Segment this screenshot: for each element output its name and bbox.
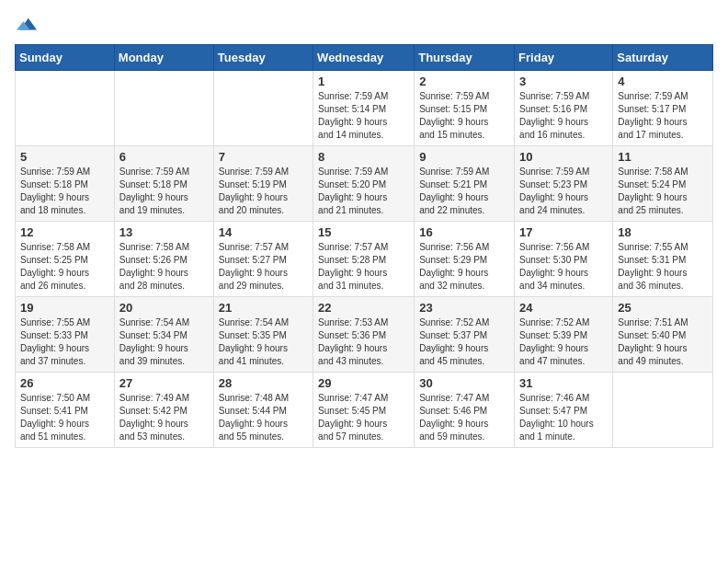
calendar-cell: 31Sunrise: 7:46 AM Sunset: 5:47 PM Dayli… <box>515 373 613 448</box>
day-number: 30 <box>419 376 509 390</box>
weekday-header-friday: Friday <box>515 45 613 71</box>
calendar-cell: 22Sunrise: 7:53 AM Sunset: 5:36 PM Dayli… <box>313 297 415 373</box>
day-info: Sunrise: 7:59 AM Sunset: 5:18 PM Dayligh… <box>20 166 109 217</box>
header <box>15 15 713 35</box>
logo-icon <box>17 15 37 35</box>
day-info: Sunrise: 7:59 AM Sunset: 5:14 PM Dayligh… <box>318 90 409 142</box>
week-row-5: 26Sunrise: 7:50 AM Sunset: 5:41 PM Dayli… <box>16 373 713 448</box>
calendar-cell: 27Sunrise: 7:49 AM Sunset: 5:42 PM Dayli… <box>114 373 213 448</box>
calendar-table: SundayMondayTuesdayWednesdayThursdayFrid… <box>15 44 713 448</box>
weekday-header-wednesday: Wednesday <box>313 45 415 71</box>
calendar-cell: 25Sunrise: 7:51 AM Sunset: 5:40 PM Dayli… <box>613 297 713 373</box>
day-info: Sunrise: 7:47 AM Sunset: 5:46 PM Dayligh… <box>419 392 509 443</box>
day-info: Sunrise: 7:58 AM Sunset: 5:26 PM Dayligh… <box>119 241 209 293</box>
day-number: 22 <box>318 301 409 315</box>
day-info: Sunrise: 7:58 AM Sunset: 5:24 PM Dayligh… <box>618 166 708 217</box>
day-info: Sunrise: 7:59 AM Sunset: 5:17 PM Dayligh… <box>618 90 708 142</box>
day-info: Sunrise: 7:59 AM Sunset: 5:20 PM Dayligh… <box>318 166 409 217</box>
day-number: 26 <box>20 376 109 390</box>
calendar-cell: 19Sunrise: 7:55 AM Sunset: 5:33 PM Dayli… <box>16 297 115 373</box>
calendar-cell: 7Sunrise: 7:59 AM Sunset: 5:19 PM Daylig… <box>213 146 313 222</box>
day-number: 13 <box>119 225 209 239</box>
calendar-cell: 8Sunrise: 7:59 AM Sunset: 5:20 PM Daylig… <box>313 146 415 222</box>
calendar-cell <box>16 71 115 146</box>
calendar-cell: 29Sunrise: 7:47 AM Sunset: 5:45 PM Dayli… <box>313 373 415 448</box>
day-info: Sunrise: 7:47 AM Sunset: 5:45 PM Dayligh… <box>318 392 409 443</box>
weekday-header-row: SundayMondayTuesdayWednesdayThursdayFrid… <box>16 45 713 71</box>
calendar-cell: 10Sunrise: 7:59 AM Sunset: 5:23 PM Dayli… <box>515 146 613 222</box>
day-info: Sunrise: 7:54 AM Sunset: 5:34 PM Dayligh… <box>119 316 209 368</box>
day-number: 21 <box>219 301 308 315</box>
week-row-2: 5Sunrise: 7:59 AM Sunset: 5:18 PM Daylig… <box>16 146 713 222</box>
day-number: 10 <box>519 150 608 164</box>
day-info: Sunrise: 7:50 AM Sunset: 5:41 PM Dayligh… <box>20 392 109 443</box>
calendar-cell: 11Sunrise: 7:58 AM Sunset: 5:24 PM Dayli… <box>613 146 713 222</box>
day-number: 29 <box>318 376 409 390</box>
day-info: Sunrise: 7:57 AM Sunset: 5:28 PM Dayligh… <box>318 241 409 293</box>
calendar-cell: 24Sunrise: 7:52 AM Sunset: 5:39 PM Dayli… <box>515 297 613 373</box>
day-number: 8 <box>318 150 409 164</box>
day-info: Sunrise: 7:59 AM Sunset: 5:18 PM Dayligh… <box>119 166 209 217</box>
calendar-cell: 5Sunrise: 7:59 AM Sunset: 5:18 PM Daylig… <box>16 146 115 222</box>
day-number: 16 <box>419 225 509 239</box>
day-info: Sunrise: 7:59 AM Sunset: 5:15 PM Dayligh… <box>419 90 509 142</box>
week-row-1: 1Sunrise: 7:59 AM Sunset: 5:14 PM Daylig… <box>16 71 713 146</box>
day-number: 15 <box>318 225 409 239</box>
day-number: 17 <box>519 225 608 239</box>
calendar-cell: 4Sunrise: 7:59 AM Sunset: 5:17 PM Daylig… <box>613 71 713 146</box>
calendar-cell <box>213 71 313 146</box>
calendar-cell: 28Sunrise: 7:48 AM Sunset: 5:44 PM Dayli… <box>213 373 313 448</box>
calendar-cell: 2Sunrise: 7:59 AM Sunset: 5:15 PM Daylig… <box>415 71 515 146</box>
weekday-header-saturday: Saturday <box>613 45 713 71</box>
day-number: 11 <box>618 150 708 164</box>
weekday-header-monday: Monday <box>114 45 213 71</box>
day-info: Sunrise: 7:53 AM Sunset: 5:36 PM Dayligh… <box>318 316 409 368</box>
calendar-cell: 13Sunrise: 7:58 AM Sunset: 5:26 PM Dayli… <box>114 222 213 297</box>
day-number: 20 <box>119 301 209 315</box>
day-info: Sunrise: 7:57 AM Sunset: 5:27 PM Dayligh… <box>219 241 308 293</box>
day-info: Sunrise: 7:56 AM Sunset: 5:30 PM Dayligh… <box>519 241 608 293</box>
day-number: 1 <box>318 75 409 88</box>
calendar-cell: 21Sunrise: 7:54 AM Sunset: 5:35 PM Dayli… <box>213 297 313 373</box>
day-number: 18 <box>618 225 708 239</box>
day-info: Sunrise: 7:56 AM Sunset: 5:29 PM Dayligh… <box>419 241 509 293</box>
day-info: Sunrise: 7:59 AM Sunset: 5:21 PM Dayligh… <box>419 166 509 217</box>
calendar-cell: 20Sunrise: 7:54 AM Sunset: 5:34 PM Dayli… <box>114 297 213 373</box>
calendar-cell: 9Sunrise: 7:59 AM Sunset: 5:21 PM Daylig… <box>415 146 515 222</box>
logo <box>15 15 37 35</box>
calendar-cell <box>114 71 213 146</box>
day-number: 24 <box>519 301 608 315</box>
day-info: Sunrise: 7:54 AM Sunset: 5:35 PM Dayligh… <box>219 316 308 368</box>
calendar-cell <box>613 373 713 448</box>
day-number: 27 <box>119 376 209 390</box>
day-number: 19 <box>20 301 109 315</box>
week-row-4: 19Sunrise: 7:55 AM Sunset: 5:33 PM Dayli… <box>16 297 713 373</box>
day-info: Sunrise: 7:59 AM Sunset: 5:23 PM Dayligh… <box>519 166 608 217</box>
day-number: 23 <box>419 301 509 315</box>
day-info: Sunrise: 7:52 AM Sunset: 5:39 PM Dayligh… <box>519 316 608 368</box>
calendar-cell: 1Sunrise: 7:59 AM Sunset: 5:14 PM Daylig… <box>313 71 415 146</box>
calendar-cell: 23Sunrise: 7:52 AM Sunset: 5:37 PM Dayli… <box>415 297 515 373</box>
day-info: Sunrise: 7:59 AM Sunset: 5:16 PM Dayligh… <box>519 90 608 142</box>
calendar-cell: 6Sunrise: 7:59 AM Sunset: 5:18 PM Daylig… <box>114 146 213 222</box>
calendar-cell: 17Sunrise: 7:56 AM Sunset: 5:30 PM Dayli… <box>515 222 613 297</box>
day-info: Sunrise: 7:59 AM Sunset: 5:19 PM Dayligh… <box>219 166 308 217</box>
week-row-3: 12Sunrise: 7:58 AM Sunset: 5:25 PM Dayli… <box>16 222 713 297</box>
calendar-cell: 12Sunrise: 7:58 AM Sunset: 5:25 PM Dayli… <box>16 222 115 297</box>
day-number: 28 <box>219 376 308 390</box>
day-number: 25 <box>618 301 708 315</box>
day-info: Sunrise: 7:58 AM Sunset: 5:25 PM Dayligh… <box>20 241 109 293</box>
day-number: 2 <box>419 75 509 88</box>
page: SundayMondayTuesdayWednesdayThursdayFrid… <box>0 0 728 563</box>
calendar-cell: 3Sunrise: 7:59 AM Sunset: 5:16 PM Daylig… <box>515 71 613 146</box>
calendar-cell: 26Sunrise: 7:50 AM Sunset: 5:41 PM Dayli… <box>16 373 115 448</box>
day-number: 9 <box>419 150 509 164</box>
day-info: Sunrise: 7:49 AM Sunset: 5:42 PM Dayligh… <box>119 392 209 443</box>
weekday-header-sunday: Sunday <box>16 45 115 71</box>
calendar-cell: 30Sunrise: 7:47 AM Sunset: 5:46 PM Dayli… <box>415 373 515 448</box>
day-info: Sunrise: 7:46 AM Sunset: 5:47 PM Dayligh… <box>519 392 608 443</box>
day-info: Sunrise: 7:52 AM Sunset: 5:37 PM Dayligh… <box>419 316 509 368</box>
day-info: Sunrise: 7:51 AM Sunset: 5:40 PM Dayligh… <box>618 316 708 368</box>
calendar-cell: 15Sunrise: 7:57 AM Sunset: 5:28 PM Dayli… <box>313 222 415 297</box>
calendar-cell: 14Sunrise: 7:57 AM Sunset: 5:27 PM Dayli… <box>213 222 313 297</box>
